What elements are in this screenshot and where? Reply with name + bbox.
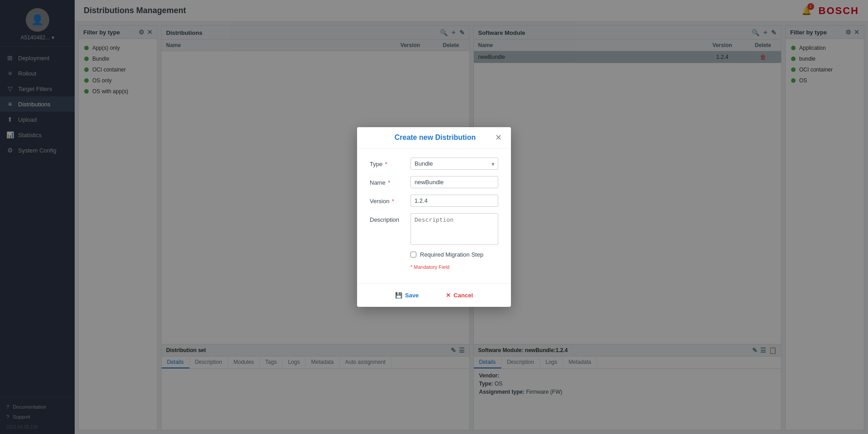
modal-footer: 💾 Save ✕ Cancel	[357, 283, 511, 307]
type-select-wrapper: App(s) only Bundle OCI container OS only…	[410, 157, 498, 170]
modal-body: Type * App(s) only Bundle OCI container …	[357, 148, 511, 283]
description-textarea[interactable]	[410, 213, 498, 245]
type-required: *	[383, 161, 387, 167]
name-input[interactable]	[410, 176, 498, 188]
version-required: *	[390, 198, 394, 205]
name-required: *	[386, 179, 391, 186]
migration-checkbox-row: Required Migration Step	[410, 251, 498, 258]
type-label-text: Type	[370, 161, 382, 167]
migration-checkbox[interactable]	[410, 252, 416, 258]
version-form-row: Version *	[370, 195, 498, 207]
description-form-row: Description	[370, 213, 498, 245]
type-form-label: Type *	[370, 157, 410, 167]
save-label: Save	[405, 292, 419, 299]
description-form-label: Description	[370, 213, 410, 223]
name-form-row: Name *	[370, 176, 498, 188]
version-form-label: Version *	[370, 195, 410, 205]
type-form-row: Type * App(s) only Bundle OCI container …	[370, 157, 498, 170]
version-input[interactable]	[410, 195, 498, 207]
modal-title: Create new Distribution	[375, 134, 495, 142]
create-distribution-modal: Create new Distribution ✕ Type * App(s) …	[357, 127, 511, 307]
modal-close-button[interactable]: ✕	[495, 134, 502, 142]
modal-header: Create new Distribution ✕	[357, 127, 511, 148]
save-button[interactable]: 💾 Save	[387, 289, 427, 301]
name-form-label: Name *	[370, 176, 410, 186]
save-icon: 💾	[395, 292, 402, 299]
cancel-icon: ✕	[446, 292, 451, 299]
modal-overlay[interactable]: Create new Distribution ✕ Type * App(s) …	[0, 0, 868, 434]
cancel-label: Cancel	[453, 292, 473, 299]
mandatory-text: * Mandatory Field	[410, 264, 498, 270]
name-label-text: Name	[370, 179, 386, 186]
version-label-text: Version	[370, 198, 389, 205]
cancel-button[interactable]: ✕ Cancel	[438, 289, 481, 301]
migration-label: Required Migration Step	[420, 251, 483, 258]
type-select[interactable]: App(s) only Bundle OCI container OS only…	[410, 157, 498, 170]
